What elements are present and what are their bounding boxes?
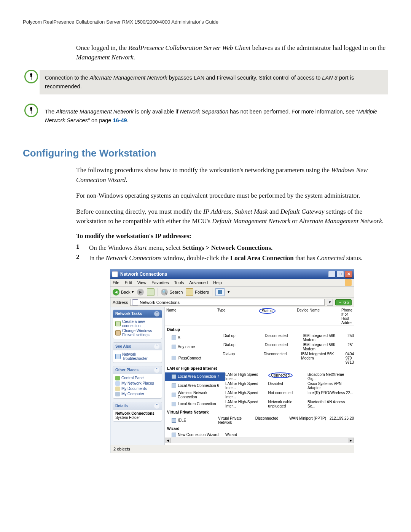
column-headers[interactable]: Name Type Status Device Name Phone # or … bbox=[165, 307, 354, 326]
page-header: Polycom RealPresence Collaboration Serve… bbox=[23, 19, 388, 28]
address-dropdown[interactable]: ▾ bbox=[327, 299, 333, 306]
note-1-text: Connection to the Alternate Management N… bbox=[40, 70, 388, 94]
details-title: Network Connections bbox=[115, 411, 159, 415]
procedure-heading: To modify the workstation's IP addresses… bbox=[76, 232, 388, 240]
address-label: Address bbox=[113, 300, 128, 305]
window-title: Network Connections bbox=[120, 272, 328, 277]
step-2: 2 In the Network Connections window, dou… bbox=[76, 253, 388, 263]
view-button[interactable] bbox=[215, 288, 225, 296]
connection-row[interactable]: New Connection WizardWizard bbox=[165, 432, 354, 438]
pushpin-icon bbox=[24, 70, 38, 83]
menubar: FileEditViewFavoritesToolsAdvancedHelp bbox=[110, 279, 354, 287]
para-2: For non-Windows operating systems an equ… bbox=[76, 191, 388, 201]
go-button[interactable]: → Go bbox=[335, 299, 352, 305]
address-input[interactable]: Network Connections bbox=[130, 299, 325, 306]
intro-paragraph: Once logged in, the RealPresence Collabo… bbox=[76, 43, 388, 62]
scroll-left-button[interactable]: ◄ bbox=[165, 438, 171, 443]
task-create-connection[interactable]: Create a new connection bbox=[115, 319, 159, 328]
menu-edit[interactable]: Edit bbox=[125, 280, 132, 285]
connection-row[interactable]: iPassConnectDial-upDisconnectedIBM Integ… bbox=[165, 351, 354, 365]
collapse-icon[interactable]: ˆ bbox=[154, 403, 159, 409]
horizontal-scrollbar[interactable]: ◄ ► bbox=[165, 438, 354, 443]
back-button[interactable]: ◄Back▾ bbox=[113, 289, 134, 296]
my-network-places-link[interactable]: My Network Places bbox=[115, 381, 159, 386]
maximize-button[interactable]: □ bbox=[336, 271, 344, 278]
task-firewall-settings[interactable]: Change Windows Firewall settings bbox=[115, 328, 159, 337]
pushpin-icon bbox=[24, 104, 38, 117]
windows-logo-icon bbox=[345, 279, 352, 286]
see-also-panel: See Alsoˆ Network Troubleshooter bbox=[113, 342, 162, 363]
step-1: 1 On the Windows Start menu, select Sett… bbox=[76, 243, 388, 253]
close-button[interactable]: ✕ bbox=[345, 271, 352, 278]
connection-row[interactable]: Wireless Network ConnectionLAN or High-S… bbox=[165, 390, 354, 399]
menu-help[interactable]: Help bbox=[213, 280, 222, 285]
connection-row[interactable]: IDLEVirtual Private NetworkDisconnectedW… bbox=[165, 416, 354, 425]
window-titlebar[interactable]: Network Connections _ □ ✕ bbox=[110, 270, 354, 279]
folders-button[interactable]: Folders bbox=[186, 288, 209, 296]
toolbar: ◄Back▾ ► 🔍Search Folders ▾ bbox=[110, 287, 354, 298]
status-header-highlight: Status bbox=[259, 308, 276, 314]
my-documents-link[interactable]: My Documents bbox=[115, 386, 159, 391]
network-connections-window: Network Connections _ □ ✕ FileEditViewFa… bbox=[110, 269, 354, 453]
note-2-text: The Alternate Management Network is only… bbox=[40, 104, 388, 128]
connection-row[interactable]: Local Area ConnectionLAN or High-Speed I… bbox=[165, 399, 354, 409]
collapse-icon[interactable]: ˆ bbox=[154, 311, 159, 316]
section-heading: Configuring the Workstation bbox=[23, 147, 388, 159]
para-1: The following procedures show how to mod… bbox=[76, 165, 388, 185]
collapse-icon[interactable]: ˆ bbox=[154, 367, 159, 373]
other-places-panel: Other Placesˆ Control Panel My Network P… bbox=[113, 366, 162, 399]
note-1: Connection to the Alternate Management N… bbox=[23, 70, 388, 94]
collapse-icon[interactable]: ˆ bbox=[154, 344, 159, 349]
window-icon bbox=[112, 271, 118, 277]
control-panel-link[interactable]: Control Panel bbox=[115, 375, 159, 381]
network-tasks-panel: Network Tasksˆ Create a new connection C… bbox=[113, 310, 162, 339]
group-wizard: Wizard bbox=[165, 425, 354, 432]
menu-tools[interactable]: Tools bbox=[174, 280, 184, 285]
scroll-right-button[interactable]: ► bbox=[348, 438, 354, 443]
minimize-button[interactable]: _ bbox=[328, 271, 336, 278]
connection-row[interactable]: Local Area Connection 7LAN or High-Speed… bbox=[165, 372, 354, 381]
menu-favorites[interactable]: Favorites bbox=[151, 280, 169, 285]
menu-advanced[interactable]: Advanced bbox=[189, 280, 208, 285]
connection-row[interactable]: Local Area Connection 6LAN or High-Speed… bbox=[165, 381, 354, 390]
note-2: The Alternate Management Network is only… bbox=[23, 104, 388, 128]
search-button[interactable]: 🔍Search bbox=[161, 289, 183, 296]
group-dialup: Dial-up bbox=[165, 326, 354, 333]
sidebar: Network Tasksˆ Create a new connection C… bbox=[110, 307, 165, 445]
my-computer-link[interactable]: My Computer bbox=[115, 391, 159, 397]
menu-file[interactable]: File bbox=[113, 280, 119, 285]
address-bar: Address Network Connections ▾ → Go bbox=[110, 298, 354, 307]
para-3: Before connecting directly, you must mod… bbox=[76, 207, 388, 226]
page-link[interactable]: 16-49 bbox=[113, 117, 127, 123]
connection-row[interactable]: Any nameDial-upDisconnectedIBM Integrate… bbox=[165, 342, 354, 351]
group-vpn: Virtual Private Network bbox=[165, 409, 354, 416]
group-lan: LAN or High-Speed Internet bbox=[165, 365, 354, 372]
connections-list: Name Type Status Device Name Phone # or … bbox=[165, 307, 354, 445]
connection-row[interactable]: ADial-upDisconnectedIBM Integrated 56K M… bbox=[165, 333, 354, 342]
status-bar: 2 objects bbox=[110, 445, 354, 453]
up-button[interactable] bbox=[147, 288, 155, 296]
forward-button[interactable]: ► bbox=[137, 289, 144, 296]
menu-view[interactable]: View bbox=[137, 280, 147, 285]
network-troubleshooter[interactable]: Network Troubleshooter bbox=[115, 352, 159, 361]
details-panel: Detailsˆ Network Connections System Fold… bbox=[113, 402, 162, 422]
details-subtitle: System Folder bbox=[115, 415, 159, 420]
